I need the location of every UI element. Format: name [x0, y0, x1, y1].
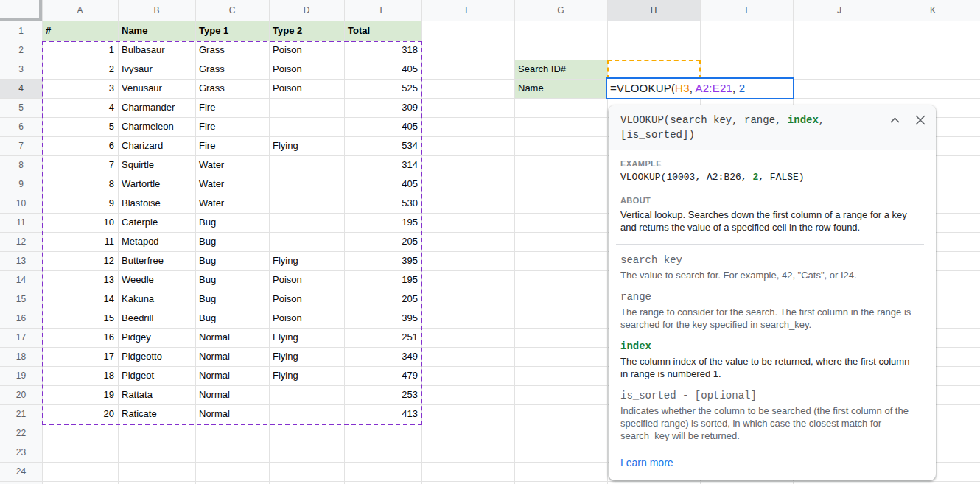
row-header-5[interactable]: 5 [0, 98, 42, 117]
cell-editor[interactable]: =VLOOKUP(H3, A2:E21, 2 [606, 77, 794, 99]
column-header-G[interactable]: G [514, 0, 607, 21]
formula-token-0: =VLOOKUP( [610, 82, 675, 94]
param-desc: The column index of the value to be retu… [620, 355, 918, 380]
param-desc: Indicates whether the column to be searc… [620, 404, 918, 442]
close-icon[interactable] [915, 115, 925, 125]
row-header-11[interactable]: 11 [0, 213, 42, 232]
row-header-10[interactable]: 10 [0, 194, 42, 213]
cell-C1[interactable]: Type 1 [195, 21, 269, 41]
param-name: search_key [620, 253, 918, 267]
param-range: range The range to consider for the sear… [620, 290, 918, 331]
column-header-D[interactable]: D [269, 0, 344, 21]
select-all-corner[interactable] [0, 0, 42, 21]
row-header-14[interactable]: 14 [0, 270, 42, 290]
row-header-22[interactable]: 22 [0, 424, 42, 443]
row-header-9[interactable]: 9 [0, 175, 42, 194]
param-index: index The column index of the value to b… [620, 340, 918, 380]
param-name-suffix: - [optional] [676, 390, 757, 401]
column-header-H[interactable]: H [607, 0, 700, 21]
range-highlight-purple [42, 41, 422, 425]
param-name-text: search_key [620, 254, 682, 266]
gridline [0, 481, 980, 482]
param-is-sorted: is_sorted - [optional] Indicates whether… [620, 389, 918, 442]
formula-token-3: A2:E21 [696, 82, 732, 94]
column-header-F[interactable]: F [421, 0, 514, 21]
column-header-I[interactable]: I [700, 0, 793, 21]
column-header-J[interactable]: J [793, 0, 886, 21]
signature-active-param: index [788, 114, 819, 126]
param-search-key: search_key The value to search for. For … [620, 253, 918, 281]
formula-help-popup: VLOOKUP(search_key, range, index, [is_so… [609, 105, 936, 480]
popup-header-actions [890, 113, 925, 125]
param-name-text: is_sorted [620, 390, 676, 401]
formula-signature: VLOOKUP(search_key, range, index, [is_so… [620, 113, 883, 142]
collapse-icon[interactable] [890, 117, 900, 123]
param-name-text: range [620, 291, 651, 303]
row-header-6[interactable]: 6 [0, 117, 42, 136]
row-header-20[interactable]: 20 [0, 385, 42, 404]
example-suffix: , FALSE) [758, 172, 804, 183]
example-formula: VLOOKUP(10003, A2:B26, 2, FALSE) [620, 172, 918, 183]
param-name: is_sorted - [optional] [620, 389, 918, 402]
row-header-16[interactable]: 16 [0, 309, 42, 328]
popup-header: VLOOKUP(search_key, range, index, [is_so… [609, 105, 936, 150]
row-header-4[interactable]: 4 [0, 79, 42, 98]
formula-token-2: , [690, 82, 696, 94]
divider [616, 244, 924, 245]
column-header-B[interactable]: B [118, 0, 195, 21]
row-header-24[interactable]: 24 [0, 462, 42, 481]
row-header-21[interactable]: 21 [0, 404, 42, 424]
column-header-A[interactable]: A [42, 0, 118, 21]
learn-more-link[interactable]: Learn more [620, 457, 673, 469]
row-header-17[interactable]: 17 [0, 328, 42, 347]
row-header-1[interactable]: 1 [0, 21, 42, 41]
param-name-text: index [620, 340, 651, 352]
cell-B1[interactable]: Name [118, 21, 195, 41]
row-header-8[interactable]: 8 [0, 155, 42, 175]
row-header-2[interactable]: 2 [0, 41, 42, 60]
formula-token-5: 2 [739, 82, 746, 94]
popup-body: EXAMPLE VLOOKUP(10003, A2:B26, 2, FALSE)… [609, 150, 936, 480]
about-label: ABOUT [620, 196, 918, 205]
param-desc: The range to consider for the search. Th… [620, 306, 918, 331]
row-header-12[interactable]: 12 [0, 232, 42, 251]
param-name: range [620, 290, 918, 304]
row-header-19[interactable]: 19 [0, 366, 42, 385]
row-header-15[interactable]: 15 [0, 290, 42, 309]
formula-token-4: , [732, 82, 739, 94]
example-label: EXAMPLE [620, 159, 918, 168]
param-desc: The value to search for. For example, 42… [620, 269, 918, 281]
row-header-7[interactable]: 7 [0, 136, 42, 155]
column-header-C[interactable]: C [195, 0, 269, 21]
row-header-3[interactable]: 3 [0, 60, 42, 79]
row-header-23[interactable]: 23 [0, 443, 42, 462]
row-header-18[interactable]: 18 [0, 347, 42, 366]
row-header-13[interactable]: 13 [0, 251, 42, 270]
column-header-K[interactable]: K [886, 0, 980, 21]
column-header-E[interactable]: E [344, 0, 421, 21]
param-name: index [620, 340, 918, 353]
cell-G4[interactable]: Name [514, 79, 607, 98]
formula-token-1: H3 [675, 82, 690, 94]
signature-prefix: VLOOKUP(search_key, range, [620, 114, 788, 126]
about-text: Vertical lookup. Searches down the first… [620, 208, 918, 234]
cell-D1[interactable]: Type 2 [269, 21, 344, 41]
cell-E1[interactable]: Total [344, 21, 421, 41]
spreadsheet-app: ABCDEFGHIJK12345678910111213141516171819… [0, 0, 980, 484]
cell-G3[interactable]: Search ID# [514, 60, 607, 79]
reference-highlight-orange [607, 60, 701, 80]
example-prefix: VLOOKUP(10003, A2:B26, [620, 172, 752, 183]
cell-A1[interactable]: # [42, 21, 118, 41]
